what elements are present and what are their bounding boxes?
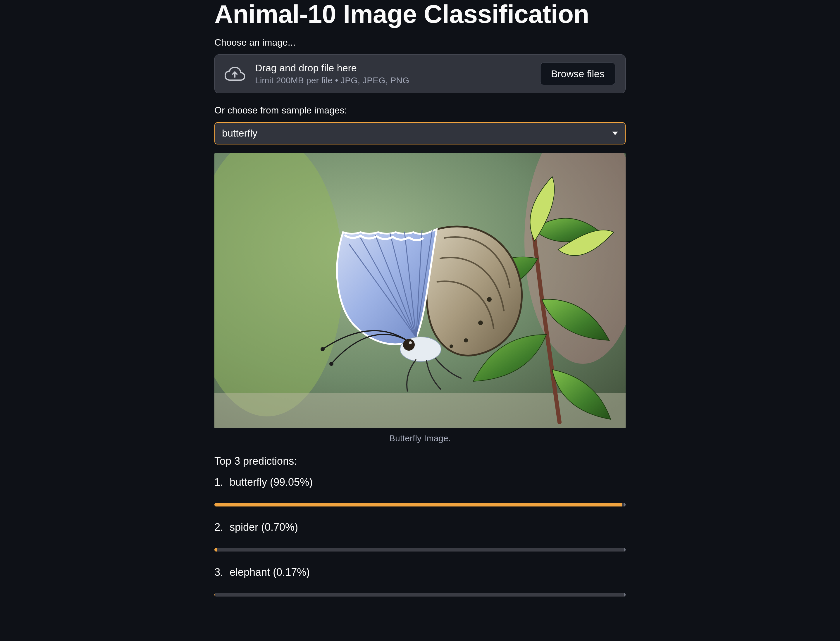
image-caption: Butterfly Image. bbox=[214, 433, 626, 443]
sample-label: Or choose from sample images: bbox=[214, 105, 626, 116]
svg-point-10 bbox=[403, 339, 415, 351]
uploader-text: Drag and drop file here Limit 200MB per … bbox=[255, 62, 530, 85]
svg-point-13 bbox=[321, 347, 325, 351]
browse-files-button[interactable]: Browse files bbox=[540, 63, 615, 85]
prediction-rank: 2. bbox=[214, 521, 221, 533]
prediction-item: 2. spider (0.70%) bbox=[214, 521, 626, 533]
prediction-progress bbox=[214, 593, 626, 597]
svg-rect-3 bbox=[214, 393, 626, 428]
preview-image bbox=[214, 153, 626, 428]
svg-point-7 bbox=[450, 345, 453, 348]
svg-point-12 bbox=[329, 362, 334, 366]
prediction-text: spider (0.70%) bbox=[230, 521, 298, 533]
page-title: Animal-10 Image Classification bbox=[214, 0, 626, 28]
chevron-down-icon bbox=[612, 132, 618, 135]
cloud-upload-icon bbox=[225, 66, 245, 82]
uploader-sub-text: Limit 200MB per file • JPG, JPEG, PNG bbox=[255, 76, 530, 85]
prediction-progress bbox=[214, 503, 626, 506]
prediction-text: elephant (0.17%) bbox=[230, 566, 310, 578]
progress-cap bbox=[624, 503, 626, 506]
uploader-main-text: Drag and drop file here bbox=[255, 62, 530, 74]
progress-cap bbox=[624, 548, 626, 551]
predictions-title: Top 3 predictions: bbox=[214, 455, 626, 467]
svg-point-5 bbox=[478, 320, 483, 325]
svg-point-4 bbox=[487, 297, 492, 302]
prediction-rank: 3. bbox=[214, 566, 221, 578]
svg-point-6 bbox=[464, 338, 468, 342]
prediction-progress bbox=[214, 548, 626, 551]
progress-cap bbox=[624, 593, 626, 597]
upload-label: Choose an image... bbox=[214, 37, 626, 48]
progress-fill bbox=[214, 503, 622, 506]
progress-fill bbox=[214, 548, 217, 551]
file-uploader[interactable]: Drag and drop file here Limit 200MB per … bbox=[214, 55, 626, 93]
prediction-item: 3. elephant (0.17%) bbox=[214, 566, 626, 578]
prediction-item: 1. butterfly (99.05%) bbox=[214, 476, 626, 488]
svg-point-11 bbox=[409, 341, 412, 344]
progress-fill bbox=[214, 593, 215, 597]
prediction-rank: 1. bbox=[214, 476, 221, 488]
sample-select-value: butterfly bbox=[222, 127, 612, 139]
prediction-text: butterfly (99.05%) bbox=[230, 476, 313, 488]
sample-select[interactable]: butterfly bbox=[214, 122, 626, 145]
